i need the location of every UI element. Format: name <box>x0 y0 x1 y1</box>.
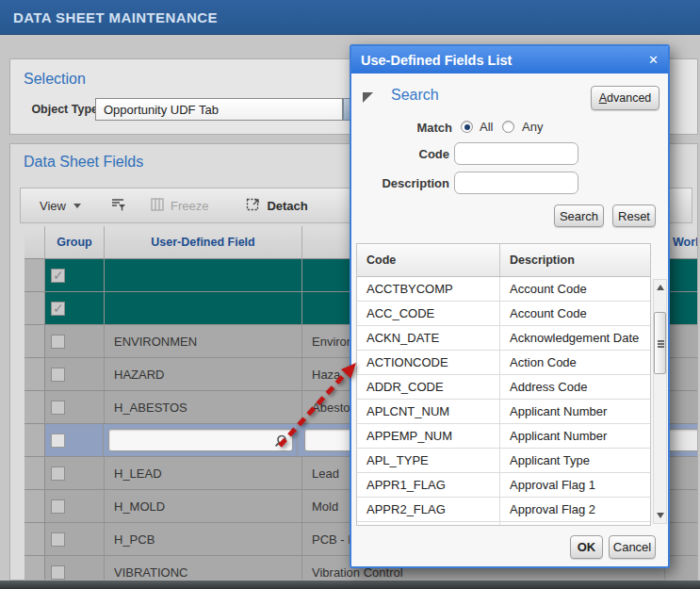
row-header-cell <box>24 490 45 522</box>
match-any-label[interactable]: Any <box>522 120 543 134</box>
workflow-cell <box>665 259 698 291</box>
object-type-value: Opportunity UDF Tab <box>104 103 219 117</box>
code-input[interactable] <box>454 142 578 165</box>
column-header-workflow[interactable]: Worl <box>665 226 698 258</box>
reset-button[interactable]: Reset <box>612 205 656 227</box>
description-input-field[interactable] <box>455 172 578 193</box>
group-checkbox[interactable] <box>51 499 65 514</box>
row-header-cell <box>24 391 45 423</box>
row-header-cell <box>24 358 45 390</box>
detach-icon <box>246 197 261 214</box>
table-scrollbar[interactable] <box>653 279 667 524</box>
group-checkbox[interactable] <box>51 302 65 316</box>
scrollbar-grip <box>658 340 664 342</box>
udf-lov-input[interactable] <box>108 429 293 451</box>
table-row[interactable]: APPEMP_NUMApplicant Number <box>357 424 650 449</box>
column-header-group[interactable]: Group <box>45 226 105 258</box>
udf-cell <box>105 259 302 291</box>
detach-button[interactable]: Detach <box>246 197 307 214</box>
udf-lov-input-field[interactable] <box>109 430 292 450</box>
udf-cell <box>104 424 298 456</box>
group-checkbox[interactable] <box>51 269 65 283</box>
match-all-label[interactable]: All <box>480 120 493 134</box>
advanced-label-rest: dvanced <box>607 91 651 105</box>
group-cell <box>45 424 104 456</box>
table-row[interactable]: ACKN_DATEAcknowledgement Date <box>357 326 650 351</box>
group-cell <box>45 259 105 291</box>
table-row[interactable]: ACC_CODEAccount Code <box>357 302 650 326</box>
scrollbar-thumb[interactable] <box>654 312 666 374</box>
disclosure-triangle-icon[interactable] <box>363 91 374 106</box>
row-header-cell <box>24 259 45 291</box>
code-input-field[interactable] <box>455 143 578 164</box>
group-checkbox[interactable] <box>51 466 65 481</box>
magnifier-lov-icon[interactable] <box>273 434 288 451</box>
scroll-up-icon[interactable] <box>657 285 664 290</box>
workflow-cell <box>665 490 698 522</box>
code-label: Code <box>351 147 449 161</box>
table-row[interactable]: APPR2_FLAGApproval Flag 2 <box>357 498 650 522</box>
freeze-icon <box>151 198 165 214</box>
table-row[interactable]: APL_TYPEApplicant Type <box>357 449 650 473</box>
group-cell <box>45 391 105 423</box>
query-by-example-icon[interactable] <box>110 197 126 215</box>
group-checkbox[interactable] <box>51 335 65 349</box>
viewport-bottom-edge <box>0 581 700 589</box>
dialog-search-section-title: Search <box>391 87 439 104</box>
cancel-button[interactable]: Cancel <box>609 535 656 559</box>
group-cell <box>45 292 105 324</box>
description-cell: Action Code <box>500 351 650 374</box>
udf-cell: ENVIRONMEN <box>105 325 302 357</box>
group-checkbox[interactable] <box>51 565 65 580</box>
udf-cell: HAZARD <box>105 358 302 390</box>
row-header-cell <box>24 457 45 489</box>
code-cell: APPEMP_NUM <box>357 424 500 448</box>
udf-list-table: Code Description ACCTBYCOMPAccount Code … <box>356 243 651 526</box>
udf-cell: VIBRATIONC <box>105 556 302 581</box>
match-all-radio[interactable] <box>461 121 473 133</box>
view-menu-label: View <box>40 199 66 213</box>
table-row[interactable]: APLCNT_NUMApplicant Number <box>357 400 650 424</box>
match-any-radio[interactable] <box>502 121 514 133</box>
group-checkbox[interactable] <box>51 434 65 448</box>
row-header-cell <box>24 292 45 324</box>
workflow-cell <box>665 391 698 423</box>
row-header-cell <box>24 325 45 357</box>
table-row[interactable]: APPR1_FLAGApproval Flag 1 <box>357 473 650 498</box>
description-cell <box>500 522 650 525</box>
freeze-button: Freeze <box>151 198 208 214</box>
view-menu-button[interactable]: View <box>40 199 81 213</box>
code-cell: ACKN_DATE <box>357 326 500 350</box>
workflow-cell <box>665 292 698 324</box>
close-icon[interactable]: ✕ <box>648 53 659 67</box>
app-header: DATA SHEET MAINTENANCE <box>0 0 700 35</box>
ok-button[interactable]: OK <box>570 535 603 559</box>
description-cell: Acknowledgement Date <box>500 326 650 350</box>
dialog-header[interactable]: Use-Defined Fields List ✕ <box>351 46 668 74</box>
workflow-cell <box>665 523 698 555</box>
table-row[interactable]: ADDR_CODEAddress Code <box>357 375 650 400</box>
advanced-button[interactable]: Advanced <box>591 86 659 110</box>
description-cell: Account Code <box>500 277 650 301</box>
column-header-description[interactable]: Description <box>500 244 650 276</box>
workflow-cell <box>665 457 698 489</box>
udf-cell <box>105 292 302 324</box>
description-input[interactable] <box>454 172 578 194</box>
group-checkbox[interactable] <box>51 368 65 382</box>
table-row[interactable]: ACCTBYCOMPAccount Code <box>357 277 650 302</box>
code-cell: ACTIONCODE <box>357 351 500 374</box>
search-button[interactable]: Search <box>554 205 604 227</box>
group-checkbox[interactable] <box>51 401 65 415</box>
table-row-partial <box>357 522 650 525</box>
column-header-code[interactable]: Code <box>357 244 500 276</box>
scroll-down-icon[interactable] <box>657 513 664 518</box>
description-label: Description <box>351 176 449 190</box>
group-cell <box>45 490 105 522</box>
column-header-user-defined-field[interactable]: User-Defined Field <box>105 226 302 258</box>
group-checkbox[interactable] <box>51 532 65 547</box>
table-row[interactable]: ACTIONCODEAction Code <box>357 351 650 375</box>
object-type-dropdown[interactable]: Opportunity UDF Tab <box>95 98 343 121</box>
description-cell: Account Code <box>500 302 650 325</box>
description-cell: Approval Flag 1 <box>500 473 650 497</box>
fields-panel-title: Data Sheet Fields <box>24 154 143 171</box>
